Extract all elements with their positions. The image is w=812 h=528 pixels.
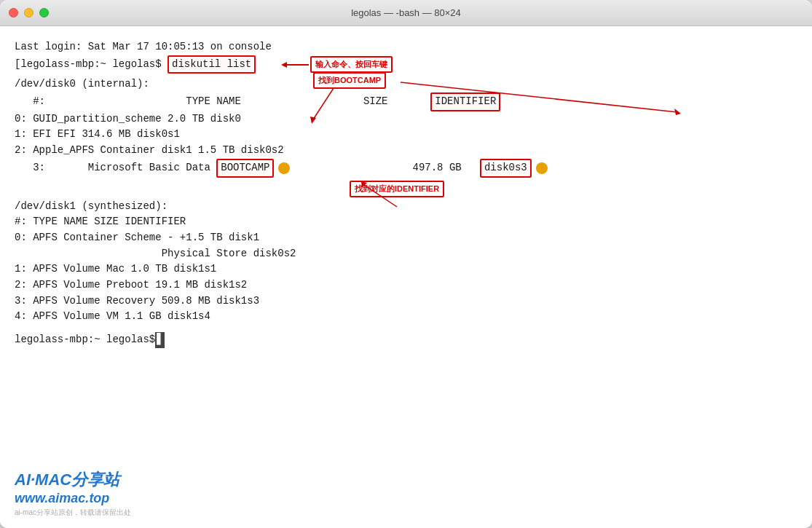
- disk0-row1: 1: EFI EFI 314.6 MB disk0s1: [15, 127, 797, 143]
- disk0s3-text: disk0s3: [484, 162, 527, 173]
- identifier-highlight-disk0: IDENTIFIER: [430, 92, 500, 111]
- disk0-row3: 3: Microsoft Basic Data BOOTCAMP 497.8 G…: [15, 159, 797, 178]
- command-annotation: 输入命令、按回车键: [281, 56, 393, 73]
- command-highlight: diskutil list: [167, 55, 256, 74]
- disk0-row2: 2: Apple_APFS Container disk1 1.5 TB dis…: [15, 143, 797, 159]
- cursor: ▋: [155, 332, 164, 348]
- last-login-line: Last login: Sat Mar 17 10:05:13 on conso…: [15, 39, 797, 55]
- bootcamp-dot: [278, 162, 290, 174]
- window-title: legolas — -bash — 80×24: [351, 7, 461, 18]
- brand-url: www.aimac.top: [15, 491, 797, 506]
- disk1-row3: 3: APFS Volume Recovery 509.8 MB disk1s3: [15, 293, 797, 310]
- find-identifier-annotation: 找到对应的IDENTIFIER: [350, 181, 444, 197]
- disk1-row0b: Physical Store disk0s2: [15, 246, 797, 262]
- disk1-row0: 0: APFS Container Scheme - +1.5 TB disk1: [15, 230, 797, 246]
- prompt2-text: legolass-mbp:~ legolas$: [15, 332, 155, 348]
- disk0s3-highlight: disk0s3: [480, 159, 532, 178]
- disk1-header: /dev/disk1 (synthesized):: [15, 199, 797, 215]
- disk0-header: /dev/disk0 (internal):: [15, 76, 797, 92]
- minimize-button[interactable]: [24, 8, 33, 17]
- disk1-cols: #: TYPE NAME SIZE IDENTIFIER: [15, 214, 797, 230]
- titlebar: legolas — -bash — 80×24: [0, 0, 812, 26]
- arrow-left-icon: [281, 58, 310, 71]
- terminal-window: legolas — -bash — 80×24 Last login: Sat …: [0, 0, 812, 528]
- disk1-row4: 4: APFS Volume VM 1.1 GB disk1s4: [15, 309, 797, 325]
- input-command-label: 输入命令、按回车键: [310, 56, 393, 73]
- command-line: [legolass-mbp:~ legolas$ diskutil list 输…: [15, 55, 797, 74]
- disk0s3-dot: [536, 162, 548, 174]
- traffic-lights: [9, 8, 49, 17]
- brand-footer: AI·MAC分享站 www.aimac.top ai-mac分享站原创，转载请保…: [0, 463, 812, 528]
- brand-copyright: ai-mac分享站原创，转载请保留出处: [15, 508, 797, 518]
- disk0-cols-row: #: TYPE NAME SIZE IDENTIFIER 找到BOOTCAMP: [15, 92, 797, 111]
- svg-marker-1: [281, 62, 287, 68]
- disk1-row1: 1: APFS Volume Mac 1.0 TB disk1s1: [15, 261, 797, 277]
- close-button[interactable]: [9, 8, 18, 17]
- prompt1: [legolass-mbp:~ legolas$: [15, 57, 167, 73]
- brand-block: AI·MAC分享站 www.aimac.top ai-mac分享站原创，转载请保…: [15, 469, 797, 518]
- blank-line: [15, 325, 797, 332]
- find-bootcamp-annotation: 找到BOOTCAMP: [313, 72, 386, 89]
- brand-title: AI·MAC分享站: [15, 469, 797, 491]
- bootcamp-text: BOOTCAMP: [221, 162, 269, 173]
- prompt2-line: legolass-mbp:~ legolas$ ▋: [15, 332, 797, 348]
- terminal-body: Last login: Sat Mar 17 10:05:13 on conso…: [0, 26, 812, 463]
- find-identifier-row: 找到对应的IDENTIFIER: [15, 181, 797, 197]
- bootcamp-highlight: BOOTCAMP: [216, 159, 274, 178]
- maximize-button[interactable]: [39, 8, 49, 17]
- command-text: diskutil list: [172, 58, 251, 70]
- disk0-row3-pre: 3: Microsoft Basic Data: [15, 160, 216, 176]
- disk1-row2: 2: APFS Volume Preboot 19.1 MB disk1s2: [15, 277, 797, 293]
- disk0-row0: 0: GUID_partition_scheme 2.0 TB disk0: [15, 111, 797, 127]
- last-login-text: Last login: Sat Mar 17 10:05:13 on conso…: [15, 39, 272, 55]
